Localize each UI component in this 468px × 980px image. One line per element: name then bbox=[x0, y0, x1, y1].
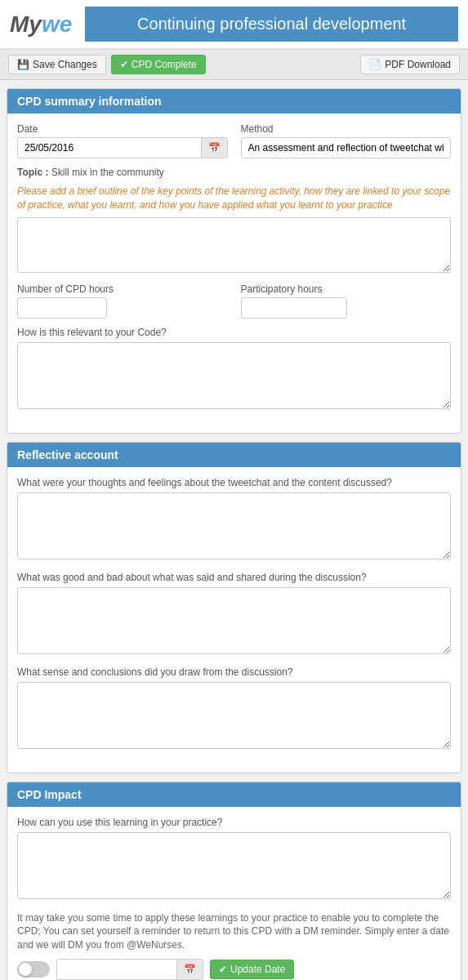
date-label: Date bbox=[17, 123, 228, 135]
reminder-date-wrapper: 📅 bbox=[56, 959, 203, 980]
reflective-q3-label: What sense and conclusions did you draw … bbox=[17, 666, 451, 678]
cpd-impact-header: CPD Impact bbox=[7, 782, 461, 807]
cpd-hours-label: Number of CPD hours bbox=[17, 283, 228, 295]
save-icon: 💾 bbox=[17, 59, 29, 70]
cpd-summary-header: CPD summary information bbox=[7, 89, 461, 114]
participatory-hours-input[interactable] bbox=[241, 297, 347, 318]
reflective-q2-block: What was good and bad about what was sai… bbox=[17, 572, 451, 657]
reflective-q1-textarea[interactable] bbox=[17, 492, 451, 559]
reflective-q2-label: What was good and bad about what was sai… bbox=[17, 572, 451, 583]
cpd-complete-label: CPD Complete bbox=[131, 59, 197, 70]
reflective-q3-textarea[interactable] bbox=[17, 682, 451, 749]
impact-q1-block: How can you use this learning in your pr… bbox=[17, 817, 451, 902]
impact-q1-textarea[interactable] bbox=[17, 832, 451, 899]
date-method-row: Date 📅 Method bbox=[17, 123, 451, 158]
date-calendar-button[interactable]: 📅 bbox=[201, 138, 227, 158]
instruction-text: Please add a brief outline of the key po… bbox=[17, 185, 451, 212]
reminder-toggle[interactable] bbox=[17, 961, 50, 978]
method-input[interactable] bbox=[241, 137, 452, 158]
hours-row: Number of CPD hours Participatory hours bbox=[17, 283, 451, 318]
reminder-text: It may take you some time to apply these… bbox=[17, 911, 451, 952]
toolbar-left: 💾 Save Changes ✔ CPD Complete bbox=[8, 55, 206, 74]
cpd-hours-input[interactable] bbox=[17, 297, 107, 318]
update-date-button[interactable]: ✔ Update Date bbox=[210, 960, 294, 979]
save-changes-label: Save Changes bbox=[33, 59, 97, 70]
header: Mywe Continuing professional development bbox=[0, 0, 468, 50]
cpd-summary-section: CPD summary information Date 📅 Method To… bbox=[7, 88, 461, 434]
relevance-label: How is this relevant to your Code? bbox=[17, 327, 451, 338]
impact-q1-label: How can you use this learning in your pr… bbox=[17, 817, 451, 828]
participatory-label: Participatory hours bbox=[241, 283, 452, 295]
cpd-impact-section: CPD Impact How can you use this learning… bbox=[7, 782, 461, 980]
date-group: Date 📅 bbox=[17, 123, 228, 158]
relevance-textarea[interactable] bbox=[17, 342, 451, 409]
method-label: Method bbox=[241, 123, 452, 135]
update-date-label: Update Date bbox=[230, 964, 285, 975]
date-input-wrapper: 📅 bbox=[17, 137, 228, 158]
relevance-block: How is this relevant to your Code? bbox=[17, 327, 451, 412]
reflective-q3-block: What sense and conclusions did you draw … bbox=[17, 666, 451, 751]
save-changes-button[interactable]: 💾 Save Changes bbox=[8, 55, 106, 74]
cpd-summary-body: Date 📅 Method Topic : Skill mix in the c… bbox=[7, 114, 461, 433]
reflective-account-header: Reflective account bbox=[7, 443, 461, 467]
toolbar: 💾 Save Changes ✔ CPD Complete 📄 PDF Down… bbox=[0, 50, 468, 80]
check-icon: ✔ bbox=[120, 59, 128, 70]
update-date-check-icon: ✔ bbox=[219, 964, 227, 975]
reminder-slider bbox=[17, 961, 50, 978]
pdf-icon: 📄 bbox=[369, 59, 381, 70]
learning-activity-textarea[interactable] bbox=[17, 217, 451, 273]
topic-value: Skill mix in the community bbox=[51, 167, 164, 178]
logo-we: we bbox=[42, 11, 72, 37]
date-input[interactable] bbox=[18, 138, 201, 158]
logo-my: My bbox=[10, 11, 42, 37]
reminder-calendar-button[interactable]: 📅 bbox=[176, 960, 203, 979]
method-group: Method bbox=[241, 123, 452, 158]
participatory-hours-group: Participatory hours bbox=[241, 283, 452, 318]
reflective-q2-textarea[interactable] bbox=[17, 587, 451, 654]
cpd-complete-button[interactable]: ✔ CPD Complete bbox=[111, 55, 206, 74]
topic-label: Topic : bbox=[17, 167, 48, 178]
logo: Mywe bbox=[10, 11, 72, 38]
reminder-toggle-row: 📅 ✔ Update Date bbox=[17, 959, 451, 980]
reflective-q1-label: What were your thoughts and feelings abo… bbox=[17, 477, 451, 488]
cpd-hours-group: Number of CPD hours bbox=[17, 283, 228, 318]
pdf-download-button[interactable]: 📄 PDF Download bbox=[360, 55, 460, 74]
topic-line: Topic : Skill mix in the community bbox=[17, 167, 451, 178]
cpd-impact-body: How can you use this learning in your pr… bbox=[7, 807, 461, 980]
reflective-q1-block: What were your thoughts and feelings abo… bbox=[17, 477, 451, 562]
page-title: Continuing professional development bbox=[85, 7, 458, 42]
pdf-download-label: PDF Download bbox=[385, 59, 451, 70]
reminder-date-input[interactable] bbox=[57, 960, 176, 978]
toolbar-right: 📄 PDF Download bbox=[360, 55, 460, 74]
reflective-account-body: What were your thoughts and feelings abo… bbox=[7, 467, 461, 773]
reflective-account-section: Reflective account What were your though… bbox=[7, 442, 461, 773]
